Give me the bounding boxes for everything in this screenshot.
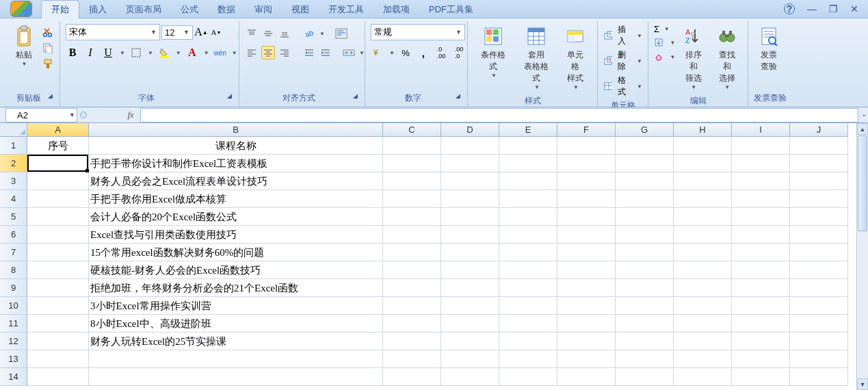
cell-F8[interactable] (557, 261, 616, 279)
cell-H6[interactable] (674, 226, 732, 244)
cell-F14[interactable] (557, 368, 616, 386)
cell-E1[interactable] (499, 137, 557, 155)
align-bottom-button[interactable] (278, 27, 291, 40)
tab-6[interactable]: 视图 (282, 1, 319, 18)
autosum-button[interactable]: Σ ▼ (654, 24, 675, 34)
cell-C14[interactable] (383, 368, 441, 386)
cell-C6[interactable] (383, 226, 441, 244)
cell-styles-button[interactable]: 单元格 样式▼ (560, 23, 592, 93)
cell-D3[interactable] (441, 172, 499, 190)
cell-A7[interactable] (27, 244, 89, 261)
cell-D5[interactable] (441, 208, 499, 226)
cell-C4[interactable] (383, 190, 441, 208)
font-color-button[interactable]: A (185, 46, 199, 60)
minimize-button[interactable]: ― (807, 3, 817, 14)
cell-J9[interactable] (790, 279, 848, 297)
cell-C8[interactable] (383, 261, 441, 279)
percent-button[interactable]: % (399, 46, 412, 60)
dialog-launcher-icon[interactable]: ◢ (48, 92, 53, 99)
decrease-font-button[interactable]: A▼ (209, 25, 223, 39)
cell-G7[interactable] (616, 244, 674, 261)
tab-4[interactable]: 数据 (208, 1, 245, 18)
comma-button[interactable]: , (417, 46, 430, 60)
cell-F6[interactable] (557, 226, 616, 244)
col-header-D[interactable]: D (441, 123, 499, 137)
cell-C13[interactable] (383, 350, 441, 368)
scroll-up-button[interactable]: ▲ (857, 123, 868, 135)
office-button[interactable] (4, 0, 38, 18)
cell-J14[interactable] (790, 368, 848, 386)
cell-H10[interactable] (674, 297, 732, 315)
cell-J7[interactable] (790, 244, 848, 261)
dialog-launcher-icon[interactable]: ◢ (227, 92, 232, 99)
cell-H1[interactable] (674, 137, 732, 155)
cell-B8[interactable]: 硬核技能-财务人必会的Excel函数技巧 (89, 261, 383, 279)
restore-button[interactable]: ❐ (829, 3, 838, 14)
align-left-button[interactable] (245, 46, 259, 60)
cell-G13[interactable] (616, 350, 674, 368)
cell-D10[interactable] (441, 297, 499, 315)
cell-J3[interactable] (790, 172, 848, 190)
cell-F2[interactable] (557, 155, 616, 172)
cell-I1[interactable] (732, 137, 790, 155)
cell-J12[interactable] (790, 333, 848, 350)
sort-filter-button[interactable]: AZ 排序和 筛选▼ (678, 23, 709, 93)
cell-B2[interactable]: 手把手带你设计和制作Excel工资表模板 (89, 155, 383, 172)
cell-E3[interactable] (499, 172, 557, 190)
cell-H7[interactable] (674, 244, 732, 261)
cell-J11[interactable] (790, 315, 848, 333)
cell-J4[interactable] (790, 190, 848, 208)
row-header-11[interactable]: 11 (0, 315, 27, 333)
cell-D2[interactable] (441, 155, 499, 172)
conditional-format-button[interactable]: 条件格式▼ (473, 23, 514, 81)
cell-G10[interactable] (616, 297, 674, 315)
cell-H11[interactable] (674, 315, 732, 333)
cell-G1[interactable] (616, 137, 674, 155)
find-select-button[interactable]: 查找和 选择▼ (711, 23, 742, 93)
cell-D9[interactable] (441, 279, 499, 297)
tab-2[interactable]: 页面布局 (116, 1, 171, 18)
cell-E10[interactable] (499, 297, 557, 315)
cell-I3[interactable] (732, 172, 790, 190)
cell-A14[interactable] (27, 368, 89, 386)
cell-I8[interactable] (732, 261, 790, 279)
increase-font-button[interactable]: A▲ (194, 25, 208, 39)
cell-H9[interactable] (674, 279, 732, 297)
increase-indent-button[interactable] (319, 46, 332, 60)
cell-B6[interactable]: Excel查找与引用类函数使用技巧 (89, 226, 383, 244)
cell-H8[interactable] (674, 261, 732, 279)
cell-A9[interactable] (27, 279, 89, 297)
cell-E8[interactable] (499, 261, 557, 279)
font-name-combo[interactable]: 宋体▼ (66, 24, 160, 40)
cell-I5[interactable] (732, 208, 790, 226)
col-header-I[interactable]: I (732, 123, 790, 137)
cell-A13[interactable] (27, 350, 89, 368)
scroll-down-button[interactable]: ▼ (857, 378, 868, 390)
row-header-1[interactable]: 1 (0, 137, 27, 155)
cell-A10[interactable] (27, 297, 89, 315)
col-header-J[interactable]: J (790, 123, 848, 137)
cell-J13[interactable] (790, 350, 848, 368)
cell-I12[interactable] (732, 333, 790, 350)
tab-9[interactable]: PDF工具集 (419, 1, 483, 18)
border-button[interactable] (129, 46, 143, 60)
format-painter-button[interactable] (41, 57, 55, 70)
cell-B10[interactable]: 3小时Excel常用操作实训营 (89, 297, 383, 315)
cell-B12[interactable]: 财务人玩转Excel的25节实操课 (89, 333, 383, 350)
cell-J5[interactable] (790, 208, 848, 226)
italic-button[interactable]: I (83, 46, 97, 60)
cell-G6[interactable] (616, 226, 674, 244)
cell-F7[interactable] (557, 244, 616, 261)
row-header-5[interactable]: 5 (0, 208, 27, 226)
cell-B1[interactable]: 课程名称 (89, 137, 383, 155)
cell-B13[interactable] (89, 350, 383, 368)
format-as-table-button[interactable]: 套用 表格格式▼ (516, 23, 557, 93)
vertical-scrollbar[interactable]: ▲ ▼ (856, 123, 868, 390)
cut-button[interactable] (41, 25, 55, 39)
cell-F5[interactable] (557, 208, 616, 226)
cell-E2[interactable] (499, 155, 557, 172)
tab-5[interactable]: 审阅 (245, 1, 282, 18)
row-header-7[interactable]: 7 (0, 244, 27, 261)
col-header-A[interactable]: A (27, 123, 89, 137)
cell-E14[interactable] (499, 368, 557, 386)
